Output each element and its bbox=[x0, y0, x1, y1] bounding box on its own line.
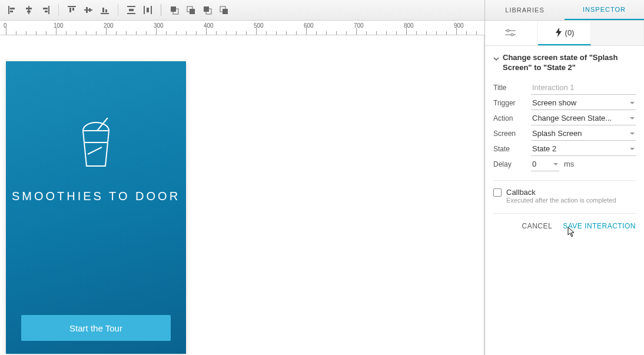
label-delay: Delay bbox=[493, 160, 531, 168]
svg-rect-21 bbox=[144, 6, 145, 14]
svg-rect-27 bbox=[190, 9, 195, 14]
svg-rect-7 bbox=[43, 8, 48, 9]
svg-rect-6 bbox=[48, 6, 49, 14]
svg-rect-19 bbox=[129, 9, 134, 11]
state-select[interactable]: State 2 bbox=[531, 142, 636, 156]
svg-rect-22 bbox=[147, 8, 149, 12]
splash-screen-artboard[interactable]: SMOOTHIES TO DOOR Start the Tour bbox=[6, 61, 186, 354]
interaction-summary[interactable]: Change screen state of "Splash Screen" t… bbox=[493, 53, 636, 73]
separator bbox=[118, 4, 118, 16]
callback-label: Callback bbox=[506, 188, 616, 197]
svg-rect-20 bbox=[127, 13, 135, 14]
interaction-summary-text: Change screen state of "Splash Screen" t… bbox=[503, 53, 636, 73]
align-bottom-icon[interactable] bbox=[98, 4, 111, 16]
smoothie-cup-icon bbox=[77, 118, 115, 173]
subtab-adjust[interactable] bbox=[485, 21, 538, 45]
send-back-icon[interactable] bbox=[217, 4, 230, 16]
canvas-workspace[interactable]: SMOOTHIES TO DOOR Start the Tour bbox=[0, 35, 484, 355]
svg-rect-14 bbox=[89, 8, 91, 12]
svg-rect-18 bbox=[127, 6, 135, 7]
svg-rect-3 bbox=[28, 6, 29, 14]
distribute-v-icon[interactable] bbox=[125, 4, 138, 16]
svg-rect-1 bbox=[10, 8, 15, 9]
label-title: Title bbox=[493, 84, 531, 92]
start-tour-button[interactable]: Start the Tour bbox=[21, 315, 171, 341]
label-trigger: Trigger bbox=[493, 99, 531, 107]
svg-rect-9 bbox=[68, 6, 76, 7]
svg-rect-10 bbox=[69, 8, 71, 12]
svg-rect-0 bbox=[8, 6, 9, 14]
svg-rect-5 bbox=[27, 11, 31, 12]
screen-select[interactable]: Splash Screen bbox=[531, 127, 636, 141]
svg-rect-11 bbox=[72, 8, 74, 11]
svg-rect-17 bbox=[105, 9, 107, 12]
cursor-icon bbox=[567, 227, 577, 237]
svg-rect-12 bbox=[84, 9, 92, 11]
svg-line-34 bbox=[88, 147, 102, 154]
label-screen: Screen bbox=[493, 130, 531, 138]
delay-unit: ms bbox=[564, 160, 574, 168]
trigger-select[interactable]: Screen show bbox=[531, 96, 636, 110]
align-top-icon[interactable] bbox=[65, 4, 78, 16]
label-state: State bbox=[493, 145, 531, 153]
svg-line-32 bbox=[97, 118, 108, 131]
svg-rect-8 bbox=[45, 11, 48, 12]
align-center-v-icon[interactable] bbox=[22, 4, 35, 16]
align-left-icon[interactable] bbox=[6, 4, 19, 16]
label-action: Action bbox=[493, 114, 531, 122]
action-select[interactable]: Change Screen State... bbox=[531, 111, 636, 125]
tab-libraries[interactable]: LIBRARIES bbox=[485, 0, 565, 20]
svg-point-38 bbox=[511, 34, 513, 36]
svg-rect-23 bbox=[151, 6, 152, 14]
bring-forward-icon[interactable] bbox=[184, 4, 197, 16]
interactions-count: (0) bbox=[565, 28, 575, 37]
cancel-button[interactable]: CANCEL bbox=[522, 222, 553, 230]
title-input[interactable]: Interaction 1 bbox=[531, 81, 636, 95]
chevron-down-icon bbox=[493, 55, 499, 64]
subtab-interactions[interactable]: (0) bbox=[538, 21, 591, 45]
svg-rect-13 bbox=[86, 7, 88, 13]
align-right-icon[interactable] bbox=[39, 4, 52, 16]
svg-rect-29 bbox=[204, 6, 209, 12]
callback-description: Executed after the action is completed bbox=[506, 197, 616, 204]
right-panel: LIBRARIES INSPECTOR (0) Change screen st… bbox=[484, 0, 644, 355]
distribute-h-icon[interactable] bbox=[141, 4, 154, 16]
svg-rect-4 bbox=[26, 8, 32, 9]
bring-front-icon[interactable] bbox=[168, 4, 181, 16]
align-center-h-icon[interactable] bbox=[82, 4, 95, 16]
svg-point-36 bbox=[507, 29, 509, 32]
subtab-empty bbox=[591, 21, 644, 45]
tab-inspector[interactable]: INSPECTOR bbox=[565, 0, 644, 20]
delay-input[interactable]: 0 bbox=[531, 157, 559, 171]
send-backward-icon[interactable] bbox=[201, 4, 214, 16]
callback-checkbox[interactable] bbox=[493, 188, 502, 197]
svg-rect-15 bbox=[101, 13, 109, 14]
divider bbox=[493, 180, 636, 181]
lightning-icon bbox=[555, 28, 563, 37]
save-interaction-button[interactable]: SAVE INTERACTION bbox=[563, 222, 636, 230]
separator bbox=[58, 4, 59, 16]
hero-title: SMOOTHIES TO DOOR bbox=[12, 190, 180, 203]
svg-rect-16 bbox=[102, 8, 104, 12]
svg-rect-2 bbox=[10, 11, 13, 12]
separator bbox=[161, 4, 161, 16]
